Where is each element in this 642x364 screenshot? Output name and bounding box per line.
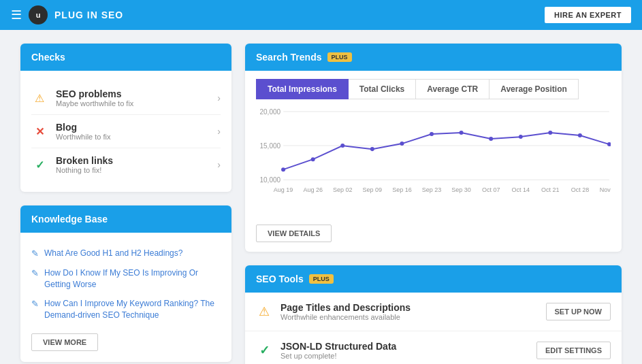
- kb-text-0: What Are Good H1 and H2 Headings?: [44, 248, 182, 259]
- left-column: Checks ⚠ SEO problems Maybe worthwhile t…: [20, 44, 231, 364]
- menu-icon[interactable]: ☰: [11, 7, 22, 22]
- checks-body: ⚠ SEO problems Maybe worthwhile to fix ›…: [20, 71, 231, 192]
- kb-item-2[interactable]: ✎ How Can I Improve My Keyword Ranking? …: [31, 294, 221, 325]
- svg-point-6: [281, 167, 285, 171]
- hire-expert-button[interactable]: HIRE AN EXPERT: [545, 7, 631, 23]
- warning-icon: ⚠: [31, 90, 48, 106]
- brand-name: PLUG IN SEO: [54, 10, 123, 20]
- chevron-icon-links: ›: [217, 159, 221, 170]
- check-text-links: Broken links Nothing to fix!: [56, 155, 113, 174]
- tab-average-position[interactable]: Average Position: [489, 79, 579, 99]
- kb-item-1[interactable]: ✎ How Do I Know If My SEO Is Improving O…: [31, 263, 221, 295]
- svg-point-15: [548, 131, 552, 135]
- tool-item-page-titles: ⚠ Page Titles and Descriptions Worthwhil…: [245, 293, 622, 331]
- check-item-blog[interactable]: ✕ Blog Worthwhile to fix ›: [31, 115, 221, 148]
- check-desc-links: Nothing to fix!: [56, 166, 113, 174]
- tab-average-ctr[interactable]: Average CTR: [416, 79, 489, 99]
- tab-total-impressions[interactable]: Total Impressions: [256, 79, 349, 99]
- svg-text:Sep 09: Sep 09: [363, 186, 383, 193]
- kb-item-0[interactable]: ✎ What Are Good H1 and H2 Headings?: [31, 244, 221, 263]
- svg-text:Sep 30: Sep 30: [451, 186, 471, 193]
- setup-now-button[interactable]: SET UP NOW: [546, 303, 611, 320]
- check-left-blog: ✕ Blog Worthwhile to fix: [31, 122, 111, 141]
- tool-info-page-titles: Page Titles and Descriptions Worthwhile …: [280, 302, 411, 321]
- check-item-links[interactable]: ✓ Broken links Nothing to fix! ›: [31, 148, 221, 181]
- view-more-button[interactable]: VIEW MORE: [31, 333, 98, 351]
- logo-letter: u: [36, 11, 41, 19]
- chevron-icon-blog: ›: [217, 126, 221, 137]
- view-details-button[interactable]: VIEW DETAILS: [256, 225, 332, 242]
- trend-chart: 20,000 15,000 10,000: [256, 105, 611, 214]
- knowledge-base-header: Knowledge Base: [20, 205, 231, 233]
- checks-card: Checks ⚠ SEO problems Maybe worthwhile t…: [20, 44, 231, 192]
- svg-point-11: [430, 132, 434, 136]
- svg-text:Sep 23: Sep 23: [422, 186, 442, 193]
- tool-warning-icon: ⚠: [256, 303, 272, 320]
- tab-bar: Total Impressions Total Clicks Average C…: [245, 71, 622, 99]
- svg-text:Oct 14: Oct 14: [511, 186, 530, 193]
- knowledge-base-title: Knowledge Base: [31, 214, 108, 225]
- check-text-seo: SEO problems Maybe worthwhile to fix: [56, 88, 133, 107]
- check-desc-seo: Maybe worthwhile to fix: [56, 99, 133, 107]
- svg-text:15,000: 15,000: [259, 142, 280, 150]
- check-left-seo: ⚠ SEO problems Maybe worthwhile to fix: [31, 88, 133, 107]
- check-desc-blog: Worthwhile to fix: [56, 133, 111, 141]
- app-header: ☰ u PLUG IN SEO HIRE AN EXPERT: [0, 0, 642, 30]
- svg-text:Sep 02: Sep 02: [333, 186, 353, 193]
- svg-text:Sep 16: Sep 16: [392, 186, 412, 193]
- check-title-seo: SEO problems: [56, 88, 133, 99]
- tab-total-clicks[interactable]: Total Clicks: [349, 79, 416, 99]
- chart-area: 20,000 15,000 10,000: [245, 99, 622, 222]
- tool-success-icon: ✓: [256, 342, 272, 359]
- svg-text:Aug 26: Aug 26: [303, 186, 323, 193]
- svg-text:Aug 19: Aug 19: [274, 186, 293, 193]
- kb-text-2: How Can I Improve My Keyword Ranking? Th…: [44, 298, 221, 321]
- svg-point-8: [340, 144, 344, 148]
- tool-left-json-ld: ✓ JSON-LD Structured Data Set up complet…: [256, 341, 396, 360]
- knowledge-base-card: Knowledge Base ✎ What Are Good H1 and H2…: [20, 205, 231, 362]
- seo-tools-header: SEO Tools PLUS: [245, 265, 622, 293]
- header-left: ☰ u PLUG IN SEO: [11, 5, 123, 24]
- tool-title-json-ld: JSON-LD Structured Data: [280, 341, 396, 352]
- right-column: Search Trends PLUS Total Impressions Tot…: [245, 44, 622, 364]
- svg-point-16: [578, 133, 582, 137]
- plus-badge-seo: PLUS: [309, 274, 334, 284]
- tool-desc-json-ld: Set up complete!: [280, 352, 396, 360]
- kb-link-icon-2: ✎: [31, 299, 39, 309]
- logo-circle: u: [29, 5, 48, 24]
- kb-text-1: How Do I Know If My SEO Is Improving Or …: [44, 267, 221, 291]
- svg-text:Oct 07: Oct 07: [482, 186, 500, 193]
- svg-text:10,000: 10,000: [259, 176, 280, 184]
- svg-text:20,000: 20,000: [259, 108, 280, 116]
- svg-point-7: [311, 157, 315, 161]
- checks-header: Checks: [20, 44, 231, 71]
- plus-badge-trends: PLUS: [327, 52, 352, 62]
- knowledge-base-body: ✎ What Are Good H1 and H2 Headings? ✎ Ho…: [20, 233, 231, 362]
- svg-text:Oct 21: Oct 21: [541, 186, 560, 193]
- chevron-icon-seo: ›: [217, 93, 221, 103]
- edit-settings-button[interactable]: EDIT SETTINGS: [536, 342, 611, 359]
- svg-text:Oct 28: Oct 28: [571, 186, 590, 193]
- svg-point-12: [460, 131, 464, 135]
- check-left-links: ✓ Broken links Nothing to fix!: [31, 155, 113, 174]
- success-icon: ✓: [31, 156, 48, 173]
- check-item-seo[interactable]: ⚠ SEO problems Maybe worthwhile to fix ›: [31, 82, 221, 115]
- svg-point-10: [400, 142, 404, 146]
- tool-title-page-titles: Page Titles and Descriptions: [280, 302, 411, 313]
- main-content: Checks ⚠ SEO problems Maybe worthwhile t…: [0, 30, 642, 364]
- checks-title: Checks: [31, 52, 65, 63]
- search-trends-title: Search Trends: [256, 52, 322, 63]
- tool-desc-page-titles: Worthwhile enhancements available: [280, 313, 411, 321]
- search-trends-header: Search Trends PLUS: [245, 44, 622, 71]
- svg-point-9: [370, 147, 374, 151]
- tool-item-json-ld: ✓ JSON-LD Structured Data Set up complet…: [245, 331, 622, 364]
- search-trends-card: Search Trends PLUS Total Impressions Tot…: [245, 44, 622, 252]
- tool-left-page-titles: ⚠ Page Titles and Descriptions Worthwhil…: [256, 302, 411, 321]
- seo-tools-title: SEO Tools: [256, 274, 304, 284]
- error-icon: ✕: [31, 123, 48, 139]
- svg-point-14: [519, 135, 523, 139]
- svg-point-13: [489, 137, 493, 141]
- check-title-links: Broken links: [56, 155, 113, 166]
- svg-text:Nov 04: Nov 04: [600, 186, 611, 193]
- check-title-blog: Blog: [56, 122, 111, 133]
